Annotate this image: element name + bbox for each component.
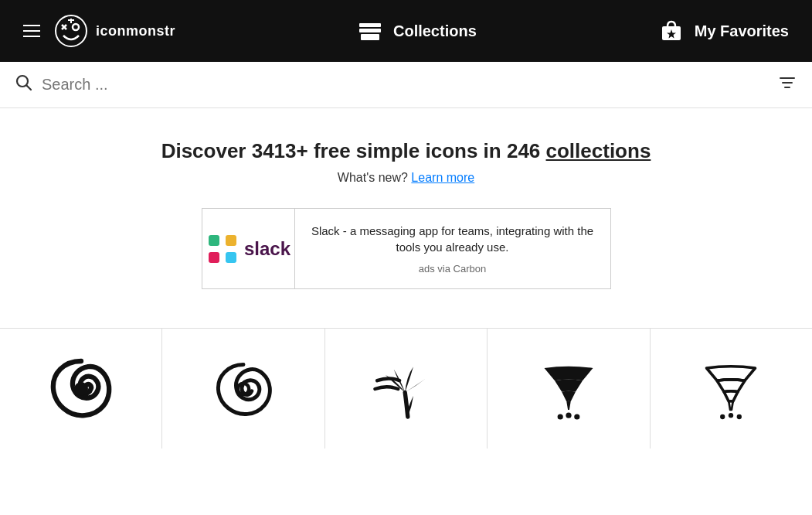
hero-title: Discover 3413+ free simple icons in 246 … <box>15 139 797 163</box>
svg-point-20 <box>74 382 88 396</box>
header-left: iconmonstr <box>23 14 175 48</box>
ad-container: slack Slack - a messaging app for teams,… <box>15 208 797 289</box>
slack-logo: slack <box>206 232 290 266</box>
svg-rect-17 <box>226 235 236 246</box>
collections-icon <box>356 17 384 45</box>
svg-rect-8 <box>361 34 379 40</box>
svg-rect-6 <box>359 23 381 27</box>
learn-more-link[interactable]: Learn more <box>411 171 474 184</box>
ad-via: ads via Carbon <box>311 263 595 275</box>
hero-section: Discover 3413+ free simple icons in 246 … <box>0 108 812 328</box>
icon-cell-tornado[interactable] <box>488 329 650 448</box>
svg-point-27 <box>737 414 742 418</box>
favorites-icon <box>657 17 685 45</box>
svg-rect-7 <box>359 29 381 32</box>
collections-label: Collections <box>393 22 477 40</box>
icon-cell-hurricane-outline[interactable] <box>162 329 324 448</box>
ad-box[interactable]: slack Slack - a messaging app for teams,… <box>202 208 611 289</box>
whats-new-text: What's new? Learn more <box>15 171 797 185</box>
icon-cell-hurricane-filled[interactable] <box>0 329 162 448</box>
svg-point-25 <box>720 414 725 418</box>
svg-rect-16 <box>209 235 219 246</box>
icon-cell-tornado-outline[interactable] <box>651 329 812 448</box>
hamburger-menu-button[interactable] <box>23 25 40 37</box>
favorites-nav[interactable]: My Favorites <box>657 17 789 45</box>
logo-area[interactable]: iconmonstr <box>54 14 175 48</box>
icon-grid <box>0 328 812 448</box>
ad-logo: slack <box>202 209 295 288</box>
ad-content: Slack - a messaging app for teams, integ… <box>295 209 610 288</box>
icon-cell-tropical-storm[interactable] <box>325 329 488 448</box>
svg-point-24 <box>574 414 579 419</box>
svg-point-23 <box>566 412 571 418</box>
ad-title: Slack - a messaging app for teams, integ… <box>311 223 595 255</box>
logo-text: iconmonstr <box>96 23 175 39</box>
hurricane-filled-icon <box>46 354 116 424</box>
search-input[interactable] <box>42 76 769 94</box>
tropical-storm-icon <box>372 354 441 424</box>
hurricane-outline-icon <box>209 354 278 424</box>
collections-link[interactable]: collections <box>546 139 651 162</box>
svg-point-26 <box>729 413 733 418</box>
whats-new-prefix: What's new? <box>338 171 408 184</box>
hero-title-text: Discover 3413+ free simple icons in 246 <box>161 139 546 162</box>
svg-point-3 <box>73 24 79 30</box>
svg-point-22 <box>558 414 563 419</box>
filter-icon[interactable] <box>778 73 797 97</box>
search-icon <box>15 74 32 96</box>
logo-icon <box>54 14 88 48</box>
tornado-icon <box>534 354 603 424</box>
svg-line-12 <box>27 85 32 90</box>
slack-hash-icon <box>206 232 240 266</box>
tornado-outline-icon <box>696 354 766 424</box>
svg-rect-19 <box>226 252 236 263</box>
search-bar <box>0 62 812 108</box>
favorites-label: My Favorites <box>695 22 789 40</box>
svg-rect-18 <box>209 252 219 263</box>
collections-nav[interactable]: Collections <box>356 17 477 45</box>
main-header: iconmonstr Collections My Favorites <box>0 0 812 62</box>
